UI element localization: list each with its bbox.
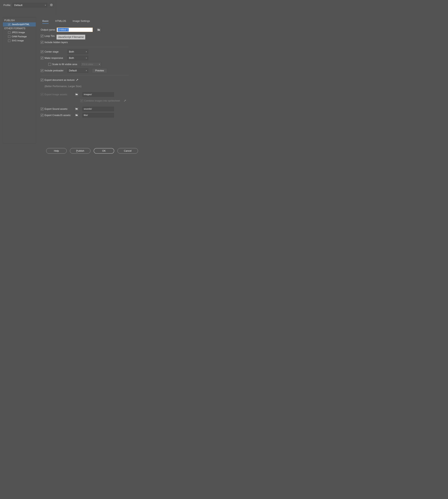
preloader-select[interactable]: Default ▾ (67, 68, 88, 73)
output-name-input[interactable]: Untitled-1 (57, 28, 93, 32)
wrench-icon[interactable] (76, 78, 79, 81)
make-responsive-label: Make responsive (45, 57, 66, 60)
export-texture-checkbox[interactable] (41, 79, 43, 81)
combine-spritesheet-label: Combine images into spritesheet (84, 99, 120, 102)
export-sound-label: Export Sound assets: (45, 108, 73, 110)
libs-path-input[interactable] (82, 113, 114, 117)
publish-button[interactable]: Publish (70, 148, 90, 154)
export-sound-checkbox[interactable] (41, 108, 43, 110)
sidebar-item-label: OAM Package (12, 35, 27, 38)
profile-settings-button[interactable] (49, 3, 54, 7)
loop-timeline-checkbox[interactable] (41, 35, 43, 37)
chevron-down-icon: ▾ (86, 70, 87, 72)
combine-spritesheet-checkbox (80, 99, 83, 102)
center-stage-checkbox[interactable] (41, 50, 43, 53)
checkbox-icon[interactable] (8, 31, 10, 34)
checkbox-icon[interactable] (8, 23, 10, 26)
help-button[interactable]: Help (46, 148, 67, 154)
output-name-label: Output name: (41, 28, 56, 31)
folder-icon (75, 108, 78, 110)
export-texture-label: Export document as texture (45, 79, 75, 81)
cancel-button[interactable]: Cancel (117, 148, 138, 154)
sidebar-item-jpeg[interactable]: JPEG Image (3, 31, 36, 34)
center-stage-label: Center stage (45, 50, 66, 53)
sidebar-item-label: JavaScript/HTML (12, 23, 30, 26)
folder-open-icon (97, 28, 100, 31)
preview-button[interactable]: Preview (92, 68, 107, 73)
make-responsive-checkbox[interactable] (41, 57, 43, 59)
folder-icon (75, 114, 78, 117)
export-texture-hint: (Better Performance, Larger Size) (45, 85, 81, 88)
svg-point-0 (51, 4, 52, 5)
scale-fill-checkbox[interactable] (48, 63, 51, 66)
sidebar-header-other: OTHER FORMATS (3, 27, 36, 31)
format-sidebar: PUBLISH JavaScript/HTML OTHER FORMATS JP… (3, 17, 36, 143)
sidebar-item-javascript-html[interactable]: JavaScript/HTML (3, 22, 36, 27)
profile-select[interactable]: Default ▾ (13, 3, 47, 7)
tab-basic[interactable]: Basic (42, 19, 49, 24)
chevron-down-icon: ▾ (99, 63, 100, 65)
sidebar-item-svg[interactable]: SVG Image (3, 39, 36, 43)
profile-selected: Default (14, 4, 22, 7)
tab-image-settings[interactable]: Image Settings (73, 19, 90, 24)
sounds-folder-button[interactable] (74, 107, 79, 111)
tooltip-javascript-filename: JavaScript Filename (57, 35, 85, 39)
export-createjs-checkbox[interactable] (41, 114, 43, 117)
sidebar-item-label: SVG Image (12, 39, 24, 42)
folder-icon (75, 93, 78, 96)
images-folder-button[interactable] (74, 92, 79, 97)
checkbox-icon[interactable] (8, 40, 10, 42)
include-hidden-label: Include hidden layers (45, 41, 68, 44)
make-responsive-select[interactable]: Both ▾ (67, 56, 88, 60)
browse-output-button[interactable] (96, 27, 101, 32)
export-createjs-label: Export CreateJS assets: (45, 114, 73, 117)
loop-timeline-label: Loop Timeline (45, 35, 55, 38)
chevron-down-icon: ▾ (45, 4, 46, 6)
gear-icon (50, 4, 53, 7)
scale-fill-label: Scale to fill visible area (52, 63, 80, 66)
include-hidden-checkbox[interactable] (41, 41, 43, 44)
output-name-value: Untitled-1 (58, 28, 69, 31)
sounds-path-input[interactable] (82, 107, 114, 111)
images-path-input[interactable] (82, 92, 114, 97)
select-value: Default (69, 69, 77, 72)
sidebar-item-oam[interactable]: OAM Package (3, 34, 36, 39)
select-value: Both (69, 57, 74, 60)
export-images-checkbox (41, 93, 43, 96)
select-value: Fit in view (82, 63, 93, 66)
sidebar-item-label: JPEG Image (12, 31, 25, 34)
sidebar-header-publish: PUBLISH (3, 18, 36, 22)
chevron-down-icon: ▾ (86, 51, 87, 53)
center-stage-select[interactable]: Both ▾ (67, 49, 88, 54)
checkbox-icon[interactable] (8, 35, 10, 38)
chevron-down-icon: ▾ (86, 57, 87, 59)
tab-htmljs[interactable]: HTML/JS (55, 19, 66, 24)
wrench-icon (124, 99, 127, 102)
scale-fill-select: Fit in view ▾ (80, 62, 101, 66)
select-value: Both (69, 50, 74, 53)
include-preloader-checkbox[interactable] (41, 69, 43, 72)
ok-button[interactable]: OK (94, 148, 114, 154)
profile-label: Profile: (3, 4, 11, 7)
export-images-label: Export Image assets: (45, 93, 73, 96)
libs-folder-button[interactable] (74, 113, 79, 118)
include-preloader-label: Include preloader (45, 69, 66, 72)
